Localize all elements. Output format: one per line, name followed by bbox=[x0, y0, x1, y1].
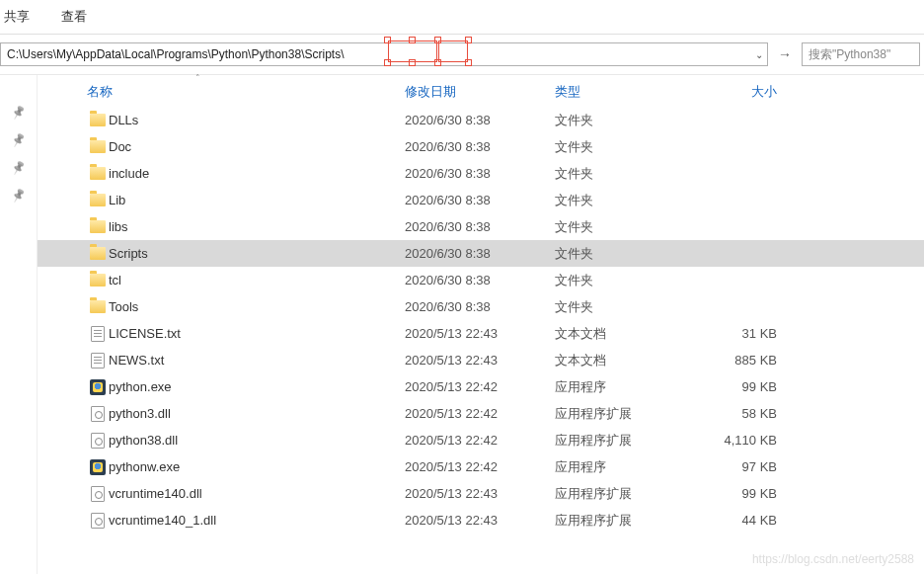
pin-icon[interactable] bbox=[10, 103, 27, 120]
file-row[interactable]: Tools2020/6/30 8:38文件夹 bbox=[38, 293, 924, 320]
file-row[interactable]: Scripts2020/6/30 8:38文件夹 bbox=[38, 240, 924, 267]
file-type: 应用程序扩展 bbox=[555, 432, 703, 450]
file-row[interactable]: vcruntime140.dll2020/5/13 22:43应用程序扩展99 … bbox=[38, 480, 924, 507]
ribbon-tab-view[interactable]: 查看 bbox=[57, 6, 91, 28]
handle-icon bbox=[409, 59, 416, 66]
file-date: 2020/5/13 22:42 bbox=[405, 379, 555, 394]
column-header-size[interactable]: 大小 bbox=[703, 83, 787, 101]
file-name: DLLs bbox=[109, 113, 405, 127]
handle-icon bbox=[384, 59, 391, 66]
file-date: 2020/5/13 22:43 bbox=[405, 326, 555, 341]
file-row[interactable]: python38.dll2020/5/13 22:42应用程序扩展4,110 K… bbox=[38, 427, 924, 453]
file-name: vcruntime140_1.dll bbox=[109, 513, 405, 528]
sort-indicator-icon: ˄ bbox=[195, 73, 200, 83]
file-size: 99 KB bbox=[703, 486, 787, 501]
go-button[interactable]: → bbox=[774, 42, 796, 66]
file-row[interactable]: python3.dll2020/5/13 22:42应用程序扩展58 KB bbox=[38, 400, 924, 427]
dll-icon bbox=[87, 433, 109, 449]
file-type: 文件夹 bbox=[555, 272, 703, 289]
file-date: 2020/6/30 8:38 bbox=[405, 113, 555, 127]
file-name: libs bbox=[109, 219, 405, 234]
file-date: 2020/6/30 8:38 bbox=[405, 193, 555, 207]
file-size: 99 KB bbox=[703, 379, 787, 394]
file-type: 应用程序扩展 bbox=[555, 405, 703, 423]
folder-icon bbox=[87, 220, 109, 233]
ribbon-tabs: 共享 查看 bbox=[0, 0, 924, 35]
file-type: 文件夹 bbox=[555, 192, 703, 209]
file-date: 2020/6/30 8:38 bbox=[405, 273, 555, 287]
file-row[interactable]: include2020/6/30 8:38文件夹 bbox=[38, 160, 924, 187]
search-placeholder: 搜索"Python38" bbox=[808, 46, 890, 63]
folder-icon bbox=[87, 247, 109, 260]
file-name: LICENSE.txt bbox=[109, 326, 405, 341]
file-size: 885 KB bbox=[703, 353, 787, 368]
ribbon-tab-share[interactable]: 共享 bbox=[0, 6, 34, 28]
file-size: 31 KB bbox=[703, 326, 787, 341]
file-row[interactable]: tcl2020/6/30 8:38文件夹 bbox=[38, 267, 924, 293]
file-type: 应用程序 bbox=[555, 458, 703, 476]
file-row[interactable]: NEWS.txt2020/5/13 22:43文本文档885 KB bbox=[38, 347, 924, 373]
folder-icon bbox=[87, 114, 109, 126]
file-type: 文本文档 bbox=[555, 325, 703, 343]
file-type: 文件夹 bbox=[555, 112, 703, 129]
file-type: 应用程序扩展 bbox=[555, 512, 703, 530]
address-path: C:\Users\My\AppData\Local\Programs\Pytho… bbox=[7, 47, 344, 61]
column-header-date[interactable]: 修改日期 bbox=[405, 83, 555, 101]
file-type: 应用程序扩展 bbox=[555, 485, 703, 503]
file-size: 97 KB bbox=[703, 459, 787, 474]
highlight-box bbox=[438, 41, 468, 62]
txt-icon bbox=[87, 326, 109, 342]
file-size: 58 KB bbox=[703, 406, 787, 421]
file-row[interactable]: LICENSE.txt2020/5/13 22:43文本文档31 KB bbox=[38, 320, 924, 347]
pin-icon[interactable] bbox=[10, 186, 27, 203]
watermark: https://blog.csdn.net/eerty2588 bbox=[752, 552, 914, 566]
highlight-box bbox=[388, 41, 437, 62]
folder-icon bbox=[87, 140, 109, 153]
file-row[interactable]: Doc2020/6/30 8:38文件夹 bbox=[38, 133, 924, 160]
handle-icon bbox=[465, 37, 472, 43]
file-row[interactable]: DLLs2020/6/30 8:38文件夹 bbox=[38, 107, 924, 133]
file-size: 4,110 KB bbox=[703, 433, 787, 448]
pin-icon[interactable] bbox=[10, 130, 27, 147]
column-headers: ˄ 名称 修改日期 类型 大小 bbox=[38, 75, 924, 107]
column-header-name[interactable]: 名称 bbox=[87, 83, 405, 101]
handle-icon bbox=[384, 37, 391, 43]
file-date: 2020/6/30 8:38 bbox=[405, 139, 555, 154]
file-list: DLLs2020/6/30 8:38文件夹Doc2020/6/30 8:38文件… bbox=[38, 107, 924, 533]
file-date: 2020/6/30 8:38 bbox=[405, 166, 555, 181]
file-type: 文件夹 bbox=[555, 245, 703, 263]
file-date: 2020/5/13 22:42 bbox=[405, 433, 555, 448]
exe-icon bbox=[87, 459, 109, 475]
handle-icon bbox=[465, 59, 472, 66]
file-size: 44 KB bbox=[703, 513, 787, 528]
file-row[interactable]: python.exe2020/5/13 22:42应用程序99 KB bbox=[38, 373, 924, 400]
file-name: Lib bbox=[109, 193, 405, 207]
file-date: 2020/5/13 22:43 bbox=[405, 513, 555, 528]
file-row[interactable]: libs2020/6/30 8:38文件夹 bbox=[38, 213, 924, 240]
file-date: 2020/5/13 22:43 bbox=[405, 353, 555, 368]
file-row[interactable]: vcruntime140_1.dll2020/5/13 22:43应用程序扩展4… bbox=[38, 507, 924, 533]
exe-icon bbox=[87, 379, 109, 395]
file-date: 2020/5/13 22:42 bbox=[405, 406, 555, 421]
file-name: Scripts bbox=[109, 246, 405, 261]
chevron-down-icon[interactable]: ⌄ bbox=[755, 49, 763, 60]
pin-icon[interactable] bbox=[10, 158, 27, 175]
file-name: include bbox=[109, 166, 405, 181]
column-header-type[interactable]: 类型 bbox=[555, 83, 703, 101]
folder-icon bbox=[87, 274, 109, 287]
file-name: vcruntime140.dll bbox=[109, 486, 405, 501]
file-date: 2020/5/13 22:42 bbox=[405, 459, 555, 474]
file-row[interactable]: pythonw.exe2020/5/13 22:42应用程序97 KB bbox=[38, 453, 924, 480]
arrow-right-icon: → bbox=[778, 46, 792, 62]
quick-access-pins bbox=[0, 75, 38, 574]
file-name: pythonw.exe bbox=[109, 459, 405, 474]
file-type: 文本文档 bbox=[555, 352, 703, 369]
file-list-panel: ˄ 名称 修改日期 类型 大小 DLLs2020/6/30 8:38文件夹Doc… bbox=[38, 75, 924, 574]
file-type: 文件夹 bbox=[555, 165, 703, 183]
folder-icon bbox=[87, 167, 109, 180]
file-date: 2020/6/30 8:38 bbox=[405, 246, 555, 261]
file-type: 应用程序 bbox=[555, 378, 703, 396]
file-row[interactable]: Lib2020/6/30 8:38文件夹 bbox=[38, 187, 924, 213]
address-bar[interactable]: C:\Users\My\AppData\Local\Programs\Pytho… bbox=[0, 42, 768, 66]
search-input[interactable]: 搜索"Python38" bbox=[802, 42, 920, 66]
